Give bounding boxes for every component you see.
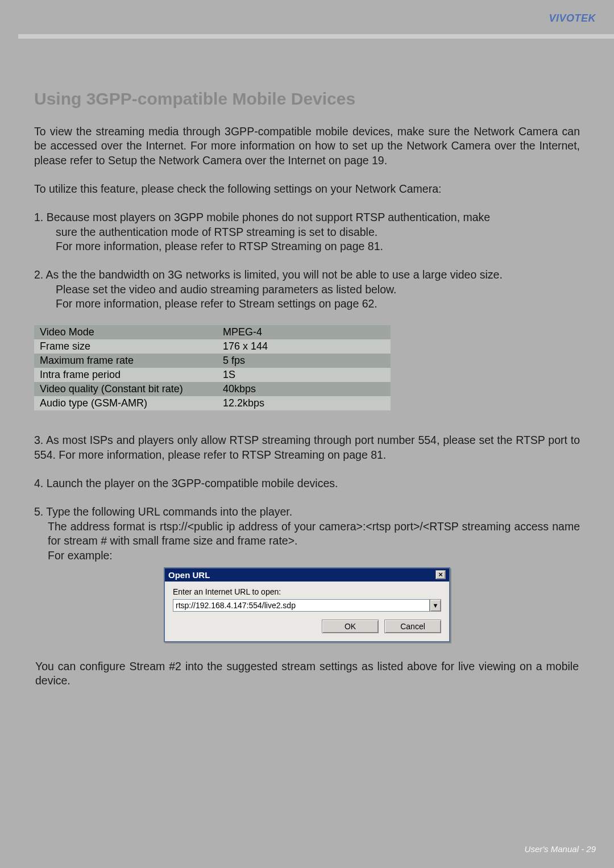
chevron-down-icon[interactable]: ▼ — [430, 599, 441, 612]
open-url-dialog: Open URL × Enter an Internet URL to open… — [164, 567, 450, 642]
footnote-text: You can configure Stream #2 into the sug… — [34, 659, 580, 688]
settings-table: Video Mode MPEG-4 Frame size 176 x 144 M… — [34, 325, 391, 410]
dialog-body: Enter an Internet URL to open: ▼ OK Canc… — [165, 582, 449, 641]
table-row: Video quality (Constant bit rate) 40kbps — [34, 382, 391, 396]
step-2-line-3: For more information, please refer to St… — [56, 297, 580, 311]
setting-value: 5 fps — [217, 354, 391, 368]
content-area: Using 3GPP-compatible Mobile Devices To … — [0, 35, 614, 688]
url-input[interactable] — [173, 599, 430, 612]
cancel-button[interactable]: Cancel — [384, 620, 441, 633]
dialog-buttons: OK Cancel — [173, 620, 441, 633]
url-row: ▼ — [173, 599, 441, 612]
setting-value: 12.2kbps — [217, 396, 391, 410]
step-3: 3. As most ISPs and players only allow R… — [34, 433, 580, 462]
setting-value: 40kbps — [217, 382, 391, 396]
step-5-line-2: The address format is rtsp://<public ip … — [48, 520, 580, 549]
step-1-line-3: For more information, please refer to RT… — [56, 239, 580, 254]
step-5-line-3: For example: — [48, 549, 580, 563]
dialog-wrapper: Open URL × Enter an Internet URL to open… — [34, 567, 580, 642]
table-row: Audio type (GSM-AMR) 12.2kbps — [34, 396, 391, 410]
page-title: Using 3GPP-compatible Mobile Devices — [34, 89, 580, 109]
header-strip — [18, 34, 614, 39]
url-label: Enter an Internet URL to open: — [173, 587, 441, 596]
page-header: VIVOTEK — [0, 0, 614, 35]
step-1-line-2: sure the authentication mode of RTSP str… — [56, 225, 580, 239]
step-5-line-1: 5. Type the following URL commands into … — [34, 505, 580, 519]
intro-paragraph-1: To view the streaming media through 3GPP… — [34, 124, 580, 168]
close-icon[interactable]: × — [435, 570, 446, 579]
page-footer: User's Manual - 29 — [525, 844, 596, 854]
dialog-title: Open URL — [168, 570, 210, 580]
step-1: 1. Because most players on 3GPP mobile p… — [34, 210, 580, 254]
table-row: Intra frame period 1S — [34, 368, 391, 382]
step-4: 4. Launch the player on the 3GPP-compati… — [34, 476, 580, 491]
page: VIVOTEK Using 3GPP-compatible Mobile Dev… — [0, 0, 614, 868]
step-2-line-1: 2. As the the bandwidth on 3G networks i… — [34, 268, 580, 282]
setting-value: MPEG-4 — [217, 325, 391, 339]
setting-label: Video quality (Constant bit rate) — [34, 382, 217, 396]
step-2-line-2: Please set the video and audio streaming… — [56, 283, 580, 297]
step-1-line-1: 1. Because most players on 3GPP mobile p… — [34, 210, 580, 225]
setting-label: Audio type (GSM-AMR) — [34, 396, 217, 410]
brand-label: VIVOTEK — [549, 13, 596, 24]
step-2: 2. As the the bandwidth on 3G networks i… — [34, 268, 580, 311]
step-5: 5. Type the following URL commands into … — [34, 505, 580, 562]
setting-value: 1S — [217, 368, 391, 382]
intro-paragraph-2: To utilize this feature, please check th… — [34, 182, 580, 196]
setting-label: Video Mode — [34, 325, 217, 339]
ok-button[interactable]: OK — [322, 620, 379, 633]
table-row: Maximum frame rate 5 fps — [34, 354, 391, 368]
table-row: Frame size 176 x 144 — [34, 339, 391, 354]
table-row: Video Mode MPEG-4 — [34, 325, 391, 339]
setting-label: Intra frame period — [34, 368, 217, 382]
dialog-titlebar: Open URL × — [165, 568, 449, 582]
setting-value: 176 x 144 — [217, 339, 391, 354]
setting-label: Maximum frame rate — [34, 354, 217, 368]
setting-label: Frame size — [34, 339, 217, 354]
